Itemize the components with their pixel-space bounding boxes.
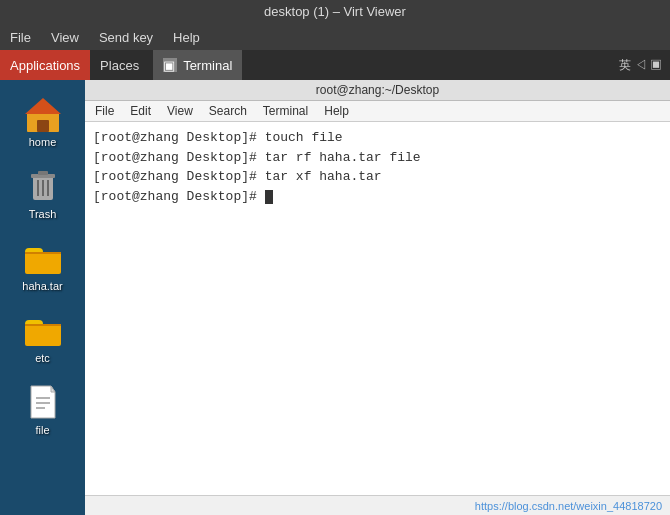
desktop-icon-trash[interactable]: Trash bbox=[5, 162, 80, 224]
file-label: file bbox=[35, 424, 49, 436]
main-area: home Trash haha.tar bbox=[0, 80, 670, 515]
terminal-title: root@zhang:~/Desktop bbox=[316, 83, 439, 97]
terminal-line-2: [root@zhang Desktop]# tar rf haha.tar fi… bbox=[93, 148, 662, 168]
term-menu-search[interactable]: Search bbox=[205, 103, 251, 119]
hahajar-label: haha.tar bbox=[22, 280, 62, 292]
svg-rect-9 bbox=[25, 252, 61, 274]
terminal-line-1: [root@zhang Desktop]# touch file bbox=[93, 128, 662, 148]
terminal-icon: ▣ bbox=[163, 58, 177, 72]
terminal-window: root@zhang:~/Desktop File Edit View Sear… bbox=[85, 80, 670, 515]
term-menu-terminal[interactable]: Terminal bbox=[259, 103, 312, 119]
desktop-icon-file[interactable]: file bbox=[5, 378, 80, 440]
menu-view[interactable]: View bbox=[45, 28, 85, 47]
svg-marker-14 bbox=[51, 386, 55, 392]
home-icon bbox=[23, 94, 63, 134]
term-menu-view[interactable]: View bbox=[163, 103, 197, 119]
desktop-icon-etc[interactable]: etc bbox=[5, 306, 80, 368]
terminal-line-3: [root@zhang Desktop]# tar xf haha.tar bbox=[93, 167, 662, 187]
terminal-body[interactable]: [root@zhang Desktop]# touch file [root@z… bbox=[85, 122, 670, 495]
title-bar: desktop (1) – Virt Viewer bbox=[0, 0, 670, 24]
taskbar-right-icons: 英 ◁ ▣ bbox=[619, 57, 662, 74]
taskbar: Applications Places ▣ Terminal 英 ◁ ▣ bbox=[0, 50, 670, 80]
terminal-footer: https://blog.csdn.net/weixin_44818720 bbox=[85, 495, 670, 515]
menu-sendkey[interactable]: Send key bbox=[93, 28, 159, 47]
term-menu-file[interactable]: File bbox=[91, 103, 118, 119]
home-label: home bbox=[29, 136, 57, 148]
menu-help[interactable]: Help bbox=[167, 28, 206, 47]
desktop-sidebar: home Trash haha.tar bbox=[0, 80, 85, 515]
terminal-line-4: [root@zhang Desktop]# bbox=[93, 187, 662, 207]
footer-url: https://blog.csdn.net/weixin_44818720 bbox=[475, 500, 662, 512]
svg-rect-12 bbox=[25, 324, 61, 326]
svg-rect-2 bbox=[37, 120, 49, 132]
title-text: desktop (1) – Virt Viewer bbox=[264, 4, 406, 19]
menu-file[interactable]: File bbox=[4, 28, 37, 47]
terminal-menubar: File Edit View Search Terminal Help bbox=[85, 101, 670, 122]
file-icon bbox=[23, 382, 63, 422]
trash-icon bbox=[23, 166, 63, 206]
terminal-title-bar: root@zhang:~/Desktop bbox=[85, 80, 670, 101]
taskbar-right: 英 ◁ ▣ bbox=[619, 57, 670, 74]
menu-bar: File View Send key Help bbox=[0, 24, 670, 50]
hahajar-folder-icon bbox=[23, 238, 63, 278]
terminal-cursor bbox=[265, 190, 273, 204]
desktop-icon-hahajar[interactable]: haha.tar bbox=[5, 234, 80, 296]
term-menu-edit[interactable]: Edit bbox=[126, 103, 155, 119]
svg-marker-1 bbox=[25, 98, 61, 114]
etc-folder-icon bbox=[23, 310, 63, 350]
desktop-icon-home[interactable]: home bbox=[5, 90, 80, 152]
trash-label: Trash bbox=[29, 208, 57, 220]
applications-button[interactable]: Applications bbox=[0, 50, 90, 80]
svg-rect-11 bbox=[25, 324, 61, 346]
terminal-tab[interactable]: ▣ Terminal bbox=[153, 50, 242, 80]
svg-rect-5 bbox=[38, 171, 48, 175]
svg-rect-10 bbox=[25, 252, 61, 254]
places-button[interactable]: Places bbox=[90, 50, 149, 80]
term-menu-help[interactable]: Help bbox=[320, 103, 353, 119]
etc-label: etc bbox=[35, 352, 50, 364]
